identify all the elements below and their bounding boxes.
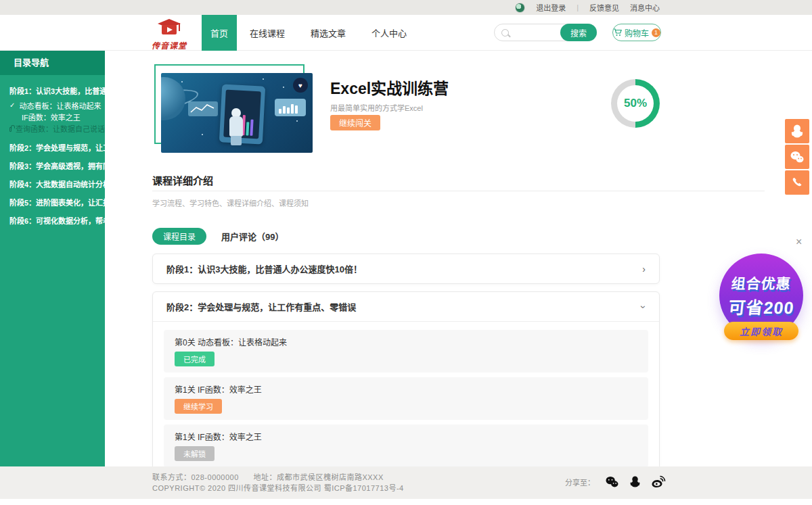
stage-2-header[interactable]: 阶段2：学会处理与规范，让工作有重点、零错误 › — [153, 292, 659, 321]
stage-1-header[interactable]: 阶段1：认识3大技能，比普通人办公速度快10倍！ › — [153, 254, 659, 283]
cart-label: 购物车 — [625, 27, 649, 39]
sidebar-title: 目录导航 — [0, 51, 105, 75]
sidebar-lesson-locked[interactable]: 查询函数：让数据自己说话 — [0, 122, 105, 134]
nav-item-home[interactable]: 首页 — [202, 15, 237, 51]
footer-copyright: COPYRIGHT© 2020 四川传音课堂科技有限公司 蜀ICP备170177… — [152, 482, 404, 493]
stage-1-title: 阶段1：认识3大技能，比普通人办公速度快10倍！ — [166, 262, 362, 275]
logo[interactable]: 传音课堂 CHUANYINKETANG — [145, 19, 193, 55]
footer-contact: 联系方式：028-0000000 — [152, 473, 239, 481]
stage-2-panel: 阶段2：学会处理与规范，让工作有重点、零错误 › 第0关 动态看板：让表格动起来… — [152, 291, 660, 476]
contact-floaters — [785, 119, 809, 195]
topbar-divider: | — [577, 3, 579, 11]
stage-2-title: 阶段2：学会处理与规范，让工作有重点、零错误 — [166, 300, 356, 313]
search-bar: 搜索 — [494, 24, 597, 41]
wechat-contact-button[interactable] — [785, 145, 809, 169]
lesson-title: 第1关 IF函数：效率之王 — [175, 431, 637, 442]
share-label: 分享至： — [565, 477, 595, 487]
search-button[interactable]: 搜索 — [560, 24, 597, 41]
sidebar-lesson-label: IF函数：效率之王 — [22, 112, 81, 122]
user-avatar[interactable] — [515, 3, 525, 13]
bar-panel-graphic — [275, 99, 306, 116]
lesson-title: 第1关 IF函数：效率之王 — [175, 383, 637, 395]
course-title: Excel实战训练营 — [330, 76, 449, 99]
nav-menu: 首页 在线课程 精选文章 个人中心 — [202, 15, 420, 51]
share-bar: 分享至： — [565, 475, 666, 488]
chevron-down-icon: › — [639, 305, 649, 308]
lesson-title: 第0关 动态看板：让表格动起来 — [175, 336, 637, 347]
course-subtitle: 用最简单实用的方式学Excel — [330, 102, 423, 113]
nav-item-courses[interactable]: 在线课程 — [237, 15, 298, 51]
top-bar: 退出登录 | 反馈意见 消息中心 — [0, 0, 812, 15]
lesson-item-continue[interactable]: 第1关 IF函数：效率之王 继续学习 — [164, 377, 648, 420]
nav-item-articles[interactable]: 精选文章 — [298, 15, 359, 51]
chart-panel-graphic — [188, 101, 218, 116]
page-root: 退出登录 | 反馈意见 消息中心 传音课堂 CHUANYINKETANG 首页 … — [0, 0, 812, 505]
logo-title: 传音课堂 — [145, 39, 193, 51]
wechat-icon — [605, 476, 619, 488]
cart-button[interactable]: 购物车 1 — [612, 24, 661, 41]
chevron-right-icon: › — [642, 264, 646, 274]
promo-line-1: 组合优惠 — [730, 272, 792, 293]
main-content: ♥ Excel实战训练营 用最简单实用的方式学Excel 继续闯关 50% 课程… — [105, 51, 812, 466]
sidebar-lesson-done[interactable]: ✓ 动态看板：让表格动起来 — [0, 99, 105, 111]
cart-count-badge: 1 — [652, 28, 660, 37]
sidebar-stage-1[interactable]: 阶段1：认识3大技能，比普通人... › — [0, 81, 105, 99]
cart-icon — [613, 28, 622, 37]
phone-contact-button[interactable] — [785, 170, 809, 195]
footer-address: 地址：成都市武侯区槐树店南路XXXX — [253, 473, 383, 481]
favorite-button[interactable]: ♥ — [293, 78, 308, 93]
weibo-icon — [651, 475, 666, 488]
content-tabs: 课程目录 用户评论（99） — [152, 228, 284, 245]
stage-1-panel: 阶段1：认识3大技能，比普通人办公速度快10倍！ › — [152, 254, 660, 284]
promo-close-icon[interactable]: × — [796, 236, 802, 248]
wechat-icon — [790, 151, 805, 164]
sidebar-stage-3[interactable]: 阶段3：学会高级透视，拥有同时... › — [0, 156, 105, 174]
status-badge: 已完成 — [175, 352, 215, 366]
sidebar-stage-2[interactable]: 阶段2：学会处理与规范，让工作... › — [0, 138, 105, 156]
share-qq-button[interactable] — [629, 475, 641, 488]
share-wechat-button[interactable] — [605, 476, 619, 488]
main-nav: 传音课堂 CHUANYINKETANG 首页 在线课程 精选文章 个人中心 搜索… — [0, 15, 812, 51]
logo-icon — [156, 19, 182, 37]
lock-icon — [9, 127, 12, 132]
planet-graphic — [161, 77, 185, 120]
messages-link[interactable]: 消息中心 — [630, 2, 660, 13]
status-badge: 继续学习 — [175, 399, 222, 414]
share-weibo-button[interactable] — [651, 475, 666, 488]
tab-user-comments[interactable]: 用户评论（99） — [221, 230, 284, 243]
lesson-item-locked[interactable]: 第1关 IF函数：效率之王 未解锁 — [164, 425, 648, 467]
sidebar-stage-4[interactable]: 阶段4：大批数据自动统计分析，... › — [0, 174, 105, 193]
promo-line-2: 可省200 — [727, 294, 796, 318]
detail-description: 学习流程、学习特色、课程详细介绍、课程须知 — [152, 197, 309, 208]
section-divider — [152, 191, 765, 191]
sidebar-stage-5[interactable]: 阶段5：进阶图表美化，让汇报一... › — [0, 193, 105, 211]
footer-contact-line: 联系方式：028-0000000 地址：成都市武侯区槐树店南路XXXX — [152, 471, 396, 482]
sidebar-lesson-label: 动态看板：让表格动起来 — [19, 100, 101, 111]
search-icon — [501, 29, 509, 37]
check-icon: ✓ — [9, 101, 15, 109]
sidebar-stage-6[interactable]: 阶段6：可视化数据分析，帮老板... › — [0, 211, 105, 229]
progress-ring: 50% — [611, 79, 660, 128]
heart-icon: ♥ — [298, 82, 302, 89]
search-input[interactable] — [509, 26, 561, 39]
lesson-item-completed[interactable]: 第0关 动态看板：让表格动起来 已完成 — [164, 330, 648, 372]
promo-claim-button[interactable]: 立即领取 — [724, 322, 798, 340]
course-cover: ♥ — [161, 73, 313, 153]
qq-contact-button[interactable] — [785, 119, 809, 143]
qq-icon — [629, 475, 641, 488]
astronaut-legs-graphic — [231, 136, 242, 145]
logout-link[interactable]: 退出登录 — [536, 2, 566, 13]
feedback-link[interactable]: 反馈意见 — [589, 2, 619, 13]
sidebar-lesson-current[interactable]: IF函数：效率之王 — [0, 111, 105, 122]
astronaut-body-graphic — [229, 116, 243, 137]
progress-label: 50% — [624, 97, 647, 110]
sidebar-lesson-label: 查询函数：让数据自己说话 — [16, 123, 105, 134]
course-cover-illustration: ♥ — [161, 73, 313, 153]
lesson-list: 第0关 动态看板：让表格动起来 已完成 第1关 IF函数：效率之王 继续学习 第… — [153, 322, 659, 467]
footer: 联系方式：028-0000000 地址：成都市武侯区槐树店南路XXXX COPY… — [0, 466, 812, 499]
detail-heading: 课程详细介绍 — [152, 173, 213, 187]
continue-course-button[interactable]: 继续闯关 — [330, 115, 380, 130]
status-badge: 未解锁 — [175, 446, 215, 461]
tab-course-catalog[interactable]: 课程目录 — [152, 228, 206, 245]
nav-item-profile[interactable]: 个人中心 — [359, 15, 420, 51]
